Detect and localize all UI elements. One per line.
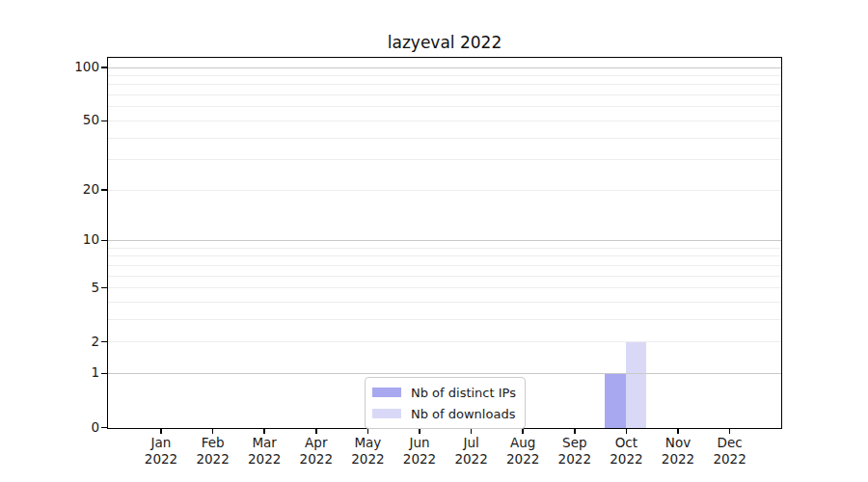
y-tick-label-10: 10 bbox=[0, 234, 99, 248]
y-tick-label-0: 0 bbox=[0, 421, 99, 435]
x-tick-mark-dec bbox=[729, 428, 731, 434]
legend-swatch-downloads bbox=[372, 409, 401, 418]
legend-item-downloads: Nb of downloads bbox=[372, 405, 516, 422]
y-tick-mark-0 bbox=[101, 427, 108, 429]
y-tick-mark-2 bbox=[101, 341, 108, 343]
gridline-y-80 bbox=[108, 84, 781, 85]
bar-downloads bbox=[626, 342, 647, 428]
y-tick-label-1: 1 bbox=[0, 367, 99, 381]
legend-item-distinct-ips: Nb of distinct IPs bbox=[372, 384, 516, 401]
gridline-y-1 bbox=[108, 373, 781, 374]
y-tick-label-50: 50 bbox=[0, 115, 99, 128]
legend-label-distinct-ips: Nb of distinct IPs bbox=[411, 387, 516, 399]
gridline-y-20 bbox=[108, 190, 781, 191]
x-tick-mark-feb bbox=[212, 428, 214, 434]
x-tick-mark-jan bbox=[160, 428, 162, 434]
y-tick-mark-10 bbox=[101, 240, 108, 242]
y-tick-label-5: 5 bbox=[0, 281, 99, 295]
gridline-y-30 bbox=[108, 159, 781, 160]
gridline-y-50 bbox=[108, 120, 781, 121]
y-tick-mark-20 bbox=[101, 189, 108, 191]
gridline-y-3 bbox=[108, 319, 781, 320]
gridline-y-90 bbox=[108, 75, 781, 76]
x-tick-mark-sep bbox=[574, 428, 576, 434]
gridline-y-6 bbox=[108, 276, 781, 277]
legend-swatch-distinct-ips bbox=[372, 388, 401, 397]
x-tick-mark-nov bbox=[677, 428, 679, 434]
y-tick-mark-5 bbox=[101, 287, 108, 289]
figure: lazyeval 2022 Nb of distinct IPs Nb of d… bbox=[0, 0, 868, 482]
y-tick-mark-1 bbox=[101, 373, 108, 375]
gridline-y-40 bbox=[108, 138, 781, 139]
x-tick-mark-apr bbox=[315, 428, 317, 434]
gridline-y-100 bbox=[108, 67, 781, 68]
gridline-y-60 bbox=[108, 106, 781, 107]
x-tick-mark-oct bbox=[626, 428, 628, 434]
gridline-y-70 bbox=[108, 94, 781, 95]
gridline-y-8 bbox=[108, 255, 781, 256]
x-tick-label-dec: Dec 2022 bbox=[699, 435, 761, 468]
y-tick-label-100: 100 bbox=[0, 61, 99, 74]
plot-area bbox=[107, 57, 782, 429]
chart-title: lazyeval 2022 bbox=[107, 33, 782, 52]
y-tick-label-2: 2 bbox=[0, 335, 99, 349]
gridline-y-4 bbox=[108, 302, 781, 303]
y-tick-mark-100 bbox=[101, 67, 108, 68]
y-tick-label-20: 20 bbox=[0, 183, 99, 197]
gridline-y-10 bbox=[108, 240, 781, 241]
legend: Nb of distinct IPs Nb of downloads bbox=[365, 377, 526, 429]
gridline-y-2 bbox=[108, 341, 781, 342]
y-tick-mark-50 bbox=[101, 120, 108, 122]
gridline-y-7 bbox=[108, 265, 781, 266]
x-tick-mark-mar bbox=[263, 428, 265, 434]
gridline-y-5 bbox=[108, 287, 781, 288]
gridline-y-9 bbox=[108, 248, 781, 249]
bar-distinct-ips bbox=[605, 374, 626, 428]
legend-label-downloads: Nb of downloads bbox=[411, 408, 515, 420]
